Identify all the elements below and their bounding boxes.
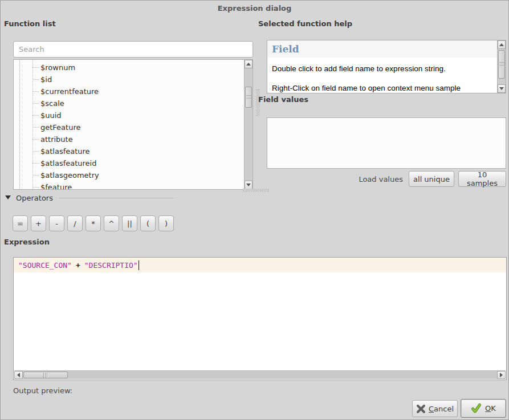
thumb-grip-icon — [43, 373, 48, 378]
ok-check-icon — [471, 403, 482, 414]
cancel-button[interactable]: Cancel — [412, 400, 458, 417]
function-tree-item[interactable]: $atlasfeature — [14, 145, 253, 157]
function-item-label: attribute — [40, 135, 73, 144]
ten-samples-button[interactable]: 10 samples — [458, 171, 506, 187]
scroll-up-button[interactable] — [245, 60, 253, 68]
operator-power-button[interactable]: ^ — [104, 215, 119, 231]
help-heading-row: Field — [267, 40, 497, 58]
operator-plus-button[interactable]: + — [31, 215, 46, 231]
field-values-label: Field values — [258, 95, 308, 104]
field-values-list[interactable] — [267, 117, 506, 169]
tree-branch-connector — [32, 175, 39, 176]
horizontal-splitter-handle[interactable] — [243, 189, 268, 192]
expression-field-token: "SOURCE_CON" — [18, 261, 72, 270]
tree-branch-connector — [32, 115, 39, 116]
operator-equals-button[interactable]: = — [13, 215, 28, 231]
scrollbar-thumb[interactable] — [498, 50, 505, 79]
down-arrow-icon — [499, 87, 504, 90]
function-tree-item[interactable]: $feature — [14, 181, 253, 190]
function-tree-item[interactable]: $uuid — [14, 109, 253, 121]
function-tree-item[interactable]: $currentfeature — [14, 85, 253, 97]
function-item-label: $scale — [40, 99, 64, 108]
thumb-grip-icon — [246, 95, 251, 100]
expression-current-line: "SOURCE_CON" + "DESCRIPTIO" — [14, 258, 506, 272]
thumb-grip-icon — [499, 62, 504, 67]
cancel-x-icon — [416, 404, 426, 414]
function-tree[interactable]: $rownum $id $currentfeature $scale $uuid… — [13, 59, 253, 190]
left-arrow-icon — [17, 373, 20, 377]
dialog-titlebar[interactable]: Expression dialog — [1, 1, 508, 16]
load-values-label: Load values — [359, 175, 403, 184]
ok-button-label: OK — [485, 404, 496, 413]
scrollbar-thumb[interactable] — [23, 372, 68, 378]
function-tree-scrollbar[interactable] — [244, 60, 253, 189]
up-arrow-icon — [246, 63, 251, 66]
group-header-line — [59, 198, 174, 198]
tree-branch-connector — [32, 79, 39, 80]
tree-branch-connector — [32, 151, 39, 152]
operator-open-paren-button[interactable]: ( — [140, 215, 156, 231]
selected-function-help-label: Selected function help — [258, 19, 352, 28]
expression-editor[interactable]: "SOURCE_CON" + "DESCRIPTIO" — [13, 257, 507, 380]
function-item-label: $atlasfeature — [40, 147, 90, 156]
function-item-label: $atlasfeatureid — [40, 159, 96, 168]
function-item-label: $id — [40, 75, 52, 84]
cancel-button-label: Cancel — [429, 405, 454, 413]
scroll-left-button[interactable] — [14, 371, 23, 379]
scroll-up-button[interactable] — [498, 40, 506, 49]
expression-operator-token: + — [76, 261, 80, 270]
tree-branch-connector — [32, 103, 39, 104]
scroll-down-button[interactable] — [245, 181, 253, 189]
help-title: Field — [272, 43, 299, 55]
down-arrow-icon — [246, 184, 251, 186]
ok-button[interactable]: OK — [461, 399, 506, 418]
expression-field-token: "DESCRIPTIO" — [84, 261, 138, 270]
scroll-right-button[interactable] — [497, 371, 506, 379]
function-tree-item[interactable]: $scale — [14, 97, 253, 109]
function-tree-item[interactable]: $atlasgeometry — [14, 169, 253, 181]
function-list-label: Function list — [4, 19, 56, 28]
tree-branch-connector — [32, 91, 39, 92]
tree-branch-connector — [32, 163, 39, 164]
operator-multiply-button[interactable]: * — [85, 215, 101, 231]
expression-label: Expression — [4, 238, 50, 246]
function-item-label: $atlasgeometry — [40, 171, 99, 180]
function-item-label: $feature — [40, 183, 72, 190]
up-arrow-icon — [499, 43, 504, 46]
function-item-label: getFeature — [40, 123, 80, 132]
search-input[interactable] — [13, 41, 253, 58]
function-tree-item[interactable]: $atlasfeatureid — [14, 157, 253, 169]
output-preview-label: Output preview: — [13, 386, 72, 395]
tree-branch-connector — [32, 67, 39, 68]
function-item-label: $rownum — [40, 63, 75, 72]
scroll-down-button[interactable] — [498, 84, 506, 93]
function-tree-item[interactable]: attribute — [14, 133, 253, 145]
editor-horizontal-scrollbar[interactable] — [14, 370, 506, 379]
operator-minus-button[interactable]: - — [49, 215, 64, 231]
function-tree-item[interactable]: $id — [14, 74, 253, 85]
help-text-line: Right-Click on field name to open contex… — [272, 84, 495, 92]
function-tree-item[interactable]: getFeature — [14, 121, 253, 133]
dialog-title: Expression dialog — [218, 4, 292, 13]
scrollbar-thumb[interactable] — [245, 87, 252, 108]
operator-close-paren-button[interactable]: ) — [158, 215, 174, 231]
operator-button-row: = + - / * ^ || ( ) — [13, 215, 174, 231]
operators-group-label[interactable]: Operators — [16, 194, 53, 202]
tree-branch-connector — [32, 187, 39, 187]
operator-concat-button[interactable]: || — [122, 215, 137, 231]
operator-divide-button[interactable]: / — [67, 215, 83, 231]
function-item-label: $uuid — [40, 111, 62, 120]
function-item-label: $currentfeature — [40, 87, 99, 96]
tree-branch-connector — [32, 139, 39, 140]
function-help-panel: Field Double click to add field name to … — [267, 40, 506, 93]
text-cursor — [139, 260, 139, 270]
right-arrow-icon — [500, 373, 503, 377]
help-panel-scrollbar[interactable] — [497, 40, 506, 93]
collapse-arrow-icon[interactable] — [5, 195, 11, 199]
dialog-window: Expression dialog Function list Selected… — [0, 0, 509, 420]
function-tree-item[interactable]: $rownum — [14, 62, 253, 74]
tree-branch-connector — [32, 127, 39, 128]
all-unique-button[interactable]: all unique — [409, 171, 454, 187]
help-text-line: Double click to add field name to expres… — [272, 64, 495, 73]
